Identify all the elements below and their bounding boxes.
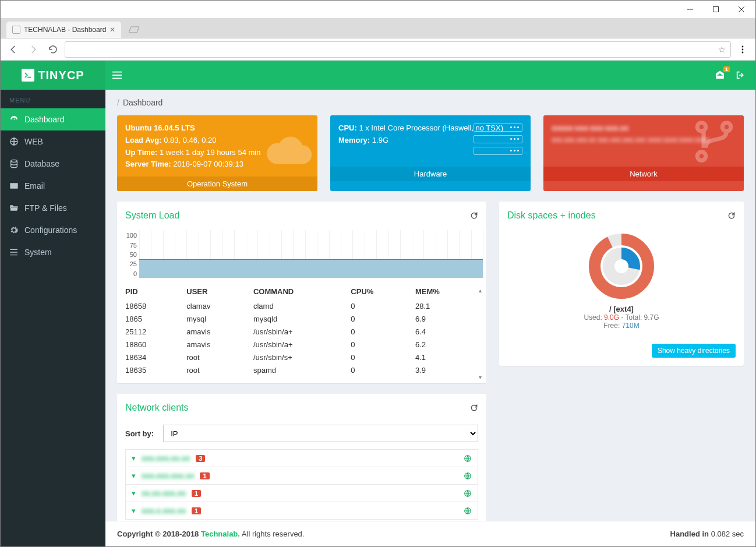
window-close-button[interactable]	[729, 1, 754, 17]
sort-by-select[interactable]: IP	[163, 425, 478, 442]
app-logo[interactable]: TINYCP	[1, 61, 105, 90]
new-tab-button[interactable]	[126, 23, 142, 37]
panel-network-clients: Network clients Sort by: IP ▾xxx.xxx.xx.…	[117, 394, 486, 528]
sidebar-item-system[interactable]: System	[1, 241, 105, 263]
sidebar-item-configurations[interactable]: Configurations	[1, 219, 105, 241]
browser-tab-title: TECHNALAB - Dashboard	[24, 26, 106, 34]
server-rack-icon	[474, 123, 522, 155]
app-brand-text: TINYCP	[38, 69, 84, 82]
omnibox[interactable]: ☆	[65, 41, 731, 58]
nav-forward-button[interactable]	[25, 41, 41, 58]
app-header: TINYCP 1	[1, 61, 755, 90]
tab-close-icon[interactable]: ✕	[109, 26, 115, 34]
sort-by-label: Sort by:	[125, 429, 154, 438]
browser-tabstrip: TECHNALAB - Dashboard ✕	[1, 18, 755, 38]
sidebar-item-label: System	[24, 248, 52, 257]
sidebar-item-label: FTP & Files	[24, 203, 67, 213]
process-table: PID USER COMMAND CPU% MEM% 18658clamavcl…	[119, 284, 477, 376]
window-maximize-button[interactable]	[703, 1, 729, 17]
net-hostname: xxxxx-xxx-xxx-xxx.xx	[552, 123, 628, 132]
card-net-footer: Network	[543, 167, 744, 181]
logout-button[interactable]	[736, 70, 745, 80]
sidebar-item-label: Database	[24, 159, 59, 168]
sidebar-item-dashboard[interactable]: Dashboard	[1, 108, 105, 130]
card-hardware[interactable]: CPU: 1 x Intel Core Processor (Haswell, …	[330, 115, 531, 191]
network-client-row[interactable]: ▾xxx.xxx.xxx.xx1	[125, 467, 478, 485]
card-network[interactable]: xxxxx-xxx-xxx-xxx.xx xxx.xxx.xxx.xx xxx.…	[543, 115, 744, 191]
panel-title: Network clients	[125, 403, 188, 413]
cloud-icon	[263, 126, 313, 177]
network-client-row[interactable]: ▾xxx.x.xxx.xx1	[125, 502, 478, 520]
footer-copyright: Copyright © 2018-2018 Technalab. All rig…	[117, 530, 304, 538]
window-minimize-button[interactable]	[677, 1, 703, 17]
process-scrollbar[interactable]: ▴▾	[476, 286, 484, 381]
table-row: 1865mysqlmysqld06.9	[119, 312, 477, 325]
os-name: Ubuntu 16.04.5 LTS	[125, 123, 195, 132]
sidebar-item-label: Email	[24, 181, 45, 190]
globe-icon[interactable]	[464, 472, 472, 480]
nav-reload-button[interactable]	[45, 41, 61, 58]
sidebar-item-email[interactable]: Email	[1, 175, 105, 197]
sidebar-item-web[interactable]: WEB	[1, 130, 105, 153]
sidebar-item-database[interactable]: Database	[1, 153, 105, 175]
panel-system-load: System Load 1007550250	[117, 202, 486, 383]
disk-usage-line: Used: 9.0G - Total: 9.7G	[584, 313, 659, 322]
client-ip: xxx.x.xxx.xx	[142, 506, 186, 515]
os-load-value: 0.83, 0.46, 0.20	[164, 136, 216, 144]
svg-point-1	[742, 45, 744, 47]
bookmark-star-icon[interactable]: ☆	[718, 45, 726, 54]
sidebar-item-ftp[interactable]: FTP & Files	[1, 197, 105, 219]
chevron-down-icon: ▾	[132, 471, 136, 480]
card-os[interactable]: Ubuntu 16.04.5 LTS Load Avg: 0.83, 0.46,…	[117, 115, 317, 191]
notifications-button[interactable]: 1	[715, 70, 725, 80]
nav-back-button[interactable]	[5, 41, 22, 58]
panel-disk: Disk spaces + inodes / [ext4] Used: 9.0G…	[499, 202, 744, 366]
disk-mount: / [ext4]	[609, 305, 634, 313]
gear-icon	[9, 225, 19, 235]
network-client-row[interactable]: ▾xxx.xxx.xx.xx3	[125, 449, 478, 467]
refresh-button[interactable]	[727, 211, 736, 220]
chevron-down-icon: ▾	[132, 506, 136, 515]
col-command: COMMAND	[248, 284, 345, 299]
client-ip: xxx.xxx.xx.xx	[142, 454, 190, 463]
dashboard-icon	[9, 115, 19, 124]
svg-point-7	[595, 239, 648, 293]
refresh-button[interactable]	[470, 404, 478, 412]
window-titlebar	[1, 1, 755, 18]
globe-icon[interactable]	[464, 507, 472, 515]
sidebar-item-label: Dashboard	[24, 115, 65, 124]
hw-mem-value: 1.9G	[372, 136, 388, 144]
envelope-icon	[9, 181, 19, 190]
browser-toolbar: ☆	[1, 38, 755, 61]
breadcrumb: /Dashboard	[105, 90, 755, 115]
browser-tab[interactable]: TECHNALAB - Dashboard ✕	[6, 22, 121, 38]
folder-open-icon	[9, 203, 19, 213]
notification-badge: 1	[723, 66, 730, 72]
globe-icon[interactable]	[464, 454, 472, 463]
col-pid: PID	[119, 284, 181, 299]
table-row: 18860amavis/usr/sbin/a+06.2	[119, 338, 477, 351]
url-input[interactable]	[70, 45, 713, 54]
chevron-down-icon: ▾	[132, 454, 136, 463]
client-ip: xxx.xxx.xxx.xx	[142, 471, 194, 480]
disk-donut-chart	[587, 231, 656, 301]
client-count-badge: 1	[200, 472, 209, 479]
sidebar-toggle-button[interactable]	[105, 71, 129, 79]
sidebar: MENU Dashboard WEB Database Email	[1, 90, 105, 546]
browser-menu-button[interactable]	[734, 45, 751, 54]
refresh-button[interactable]	[470, 211, 478, 220]
table-row: 18634root/usr/sbin/s+04.1	[119, 351, 477, 364]
client-ip: xx.xx.xxx.xx	[142, 489, 186, 497]
sidebar-item-label: WEB	[24, 137, 43, 146]
footer-handled: Handled in 0.082 sec	[670, 530, 744, 538]
col-user: USER	[181, 284, 248, 299]
svg-point-5	[11, 160, 17, 162]
card-hw-footer: Hardware	[330, 167, 531, 181]
network-client-row[interactable]: ▾xx.xx.xxx.xx1	[125, 484, 478, 502]
show-heavy-dirs-button[interactable]: Show heavy directories	[652, 344, 736, 358]
os-servertime-label: Server Time:	[125, 160, 171, 168]
os-uptime-value: 1 week 1 day 19 hours 54 min	[160, 148, 260, 157]
svg-rect-0	[713, 7, 719, 12]
globe-icon	[9, 137, 19, 146]
globe-icon[interactable]	[464, 489, 472, 497]
